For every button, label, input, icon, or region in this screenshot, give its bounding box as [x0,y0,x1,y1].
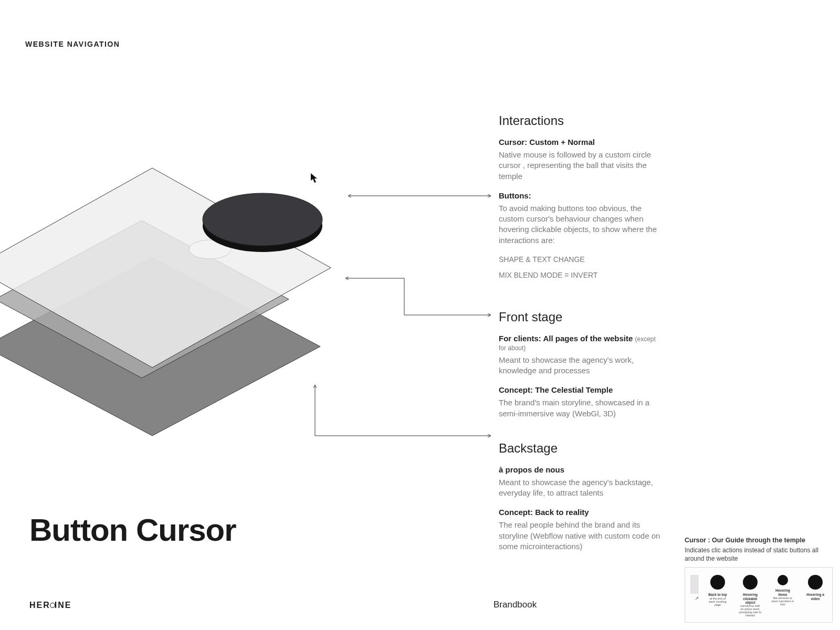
sidecard-body: Indicates clic actions instead of static… [685,546,833,563]
cursor-example: Hovering a video [804,575,827,600]
cursor-dot-icon [710,575,725,590]
note-blend-mode: MIX BLEND MODE = INVERT [499,271,662,279]
about-body: Meant to showcase the agency's backstage… [499,477,662,499]
sidecard-panel: Back to top at the end of each scrolling… [685,567,833,623]
cursor-label: Cursor: Custom + Normal [499,138,662,146]
cursor-dot-icon [778,575,788,585]
cursor-dot-icon [808,575,823,590]
concept-body: The brand's main storyline, showcased in… [499,397,662,419]
sidecard-title: Cursor : Our Guide through the temple [685,537,833,544]
buttons-body: To avoid making buttons too obvious, the… [499,203,662,246]
section-backstage: Backstage à propos de nous Meant to show… [499,441,662,552]
clients-body: Meant to showcase the agency's work, kno… [499,355,662,376]
page-title: Button Cursor [29,512,236,548]
cursor-body: Native mouse is followed by a custom cir… [499,150,662,182]
cursor-guide-card: Cursor : Our Guide through the temple In… [685,537,833,623]
concept-body: The real people behind the brand and its… [499,520,662,552]
breadcrumb: WEBSITE NAVIGATION [25,40,120,48]
doc-name: Brandbook [494,600,537,610]
sidecard-thumbnail [690,575,699,594]
text-column: Interactions Cursor: Custom + Normal Nat… [499,113,662,568]
cursor-example: Hovering items like services or team mem… [771,575,794,605]
brand-logo: HERINE [29,601,71,610]
section-title: Front stage [499,310,662,324]
section-frontstage: Front stage For clients: All pages of th… [499,310,662,419]
cursor-example: Back to top at the end of each scrolling… [706,575,729,606]
layers-diagram [0,94,383,452]
cursor-dot-icon [743,575,758,590]
section-interactions: Interactions Cursor: Custom + Normal Nat… [499,113,662,279]
cursor-example: Hovering clickable object transforms wit… [739,575,762,617]
section-title: Interactions [499,113,662,128]
clients-label: For clients: All pages of the website (e… [499,334,662,352]
note-shape-change: SHAPE & TEXT CHANGE [499,255,662,264]
buttons-label: Buttons: [499,191,662,200]
concept-label: Concept: The Celestial Temple [499,385,662,394]
svg-point-5 [203,193,322,246]
about-label: à propos de nous [499,465,662,474]
concept-label: Concept: Back to reality [499,508,662,517]
section-title: Backstage [499,441,662,456]
